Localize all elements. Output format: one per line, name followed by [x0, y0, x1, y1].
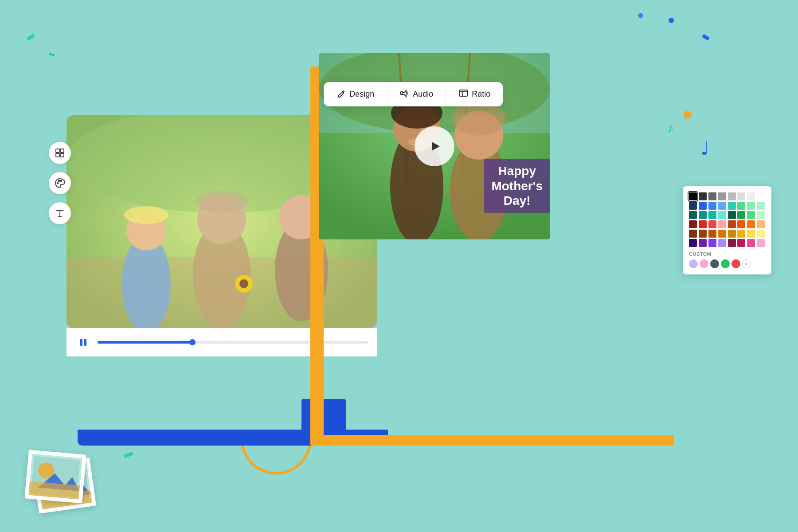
video-frame-right: Happy Mother's Day!	[319, 53, 550, 239]
palette-swatch[interactable]	[708, 230, 716, 238]
palette-swatch[interactable]	[728, 211, 736, 219]
audio-tab[interactable]: Audio	[387, 82, 446, 106]
svg-point-7	[59, 180, 60, 182]
palette-swatch[interactable]	[699, 202, 707, 210]
palette-swatch[interactable]	[708, 239, 716, 247]
svg-point-31	[239, 279, 248, 288]
palette-swatch[interactable]	[737, 192, 745, 200]
svg-point-27	[195, 191, 248, 213]
palette-swatch[interactable]	[718, 192, 726, 200]
svg-rect-3	[60, 149, 64, 153]
mothers-day-overlay: Happy Mother's Day!	[484, 159, 550, 213]
custom-label: CUSTOM	[689, 251, 765, 257]
audio-label: Audio	[413, 90, 433, 99]
palette-swatch[interactable]	[747, 202, 755, 210]
svg-rect-1	[459, 90, 467, 96]
palette-swatch[interactable]	[708, 220, 716, 228]
palette-swatch[interactable]	[728, 192, 736, 200]
palette-swatch[interactable]	[699, 230, 707, 238]
palette-swatch[interactable]	[747, 220, 755, 228]
palette-swatch[interactable]	[747, 230, 755, 238]
mothers-day-text-line1: Happy	[491, 164, 543, 179]
palette-swatch[interactable]	[728, 230, 736, 238]
palette-swatch[interactable]	[718, 202, 726, 210]
palette-swatch[interactable]	[747, 239, 755, 247]
palette-grid	[689, 192, 765, 247]
svg-rect-33	[84, 339, 86, 346]
text-tool-button[interactable]	[49, 202, 71, 224]
palette-swatch[interactable]	[747, 211, 755, 219]
palette-swatch[interactable]	[718, 211, 726, 219]
palette-swatch[interactable]	[689, 220, 697, 228]
palette-swatch[interactable]	[737, 202, 745, 210]
palette-swatch[interactable]	[689, 230, 697, 238]
progress-thumb	[189, 339, 196, 345]
palette-swatch[interactable]	[728, 239, 736, 247]
svg-rect-2	[56, 149, 59, 153]
palette-swatch[interactable]	[757, 202, 765, 210]
deco-confetti-1	[26, 34, 35, 41]
palette-swatch[interactable]	[728, 202, 736, 210]
palette-swatch[interactable]	[737, 239, 745, 247]
palette-swatch[interactable]	[718, 230, 726, 238]
palette-swatch[interactable]	[708, 202, 716, 210]
color-palette-panel: CUSTOM +	[683, 186, 771, 274]
progress-bar[interactable]	[98, 341, 368, 344]
orange-bar-bottom-accent	[310, 435, 674, 446]
ratio-label: Ratio	[472, 90, 490, 99]
custom-color-swatch[interactable]	[689, 259, 698, 268]
palette-swatch[interactable]	[699, 220, 707, 228]
deco-confetti-5	[638, 12, 644, 19]
audio-icon	[399, 88, 409, 100]
ratio-icon	[458, 88, 468, 100]
svg-rect-4	[56, 153, 59, 157]
svg-point-6	[57, 183, 59, 184]
palette-swatch[interactable]	[699, 239, 707, 247]
palette-swatch[interactable]	[689, 192, 697, 200]
custom-colors-row: +	[689, 259, 765, 268]
palette-swatch[interactable]	[689, 202, 697, 210]
theme-tool-button[interactable]	[49, 172, 71, 194]
add-custom-color-button[interactable]: +	[742, 259, 751, 268]
palette-swatch[interactable]	[728, 220, 736, 228]
video-controls-left	[66, 328, 377, 356]
palette-swatch[interactable]	[757, 239, 765, 247]
music-note-blue-icon: ♩	[700, 137, 709, 159]
layout-tool-button[interactable]	[49, 142, 71, 164]
design-tab[interactable]: Design	[324, 82, 387, 106]
palette-swatch[interactable]	[757, 192, 765, 200]
custom-color-swatch[interactable]	[732, 259, 740, 268]
pause-button[interactable]	[75, 334, 91, 350]
palette-swatch[interactable]	[718, 239, 726, 247]
svg-point-24	[124, 206, 168, 224]
palette-swatch[interactable]	[708, 192, 716, 200]
palette-swatch[interactable]	[689, 211, 697, 219]
palette-swatch[interactable]	[747, 192, 755, 200]
design-label: Design	[349, 90, 374, 99]
svg-point-8	[61, 180, 62, 182]
custom-color-swatch[interactable]	[710, 259, 719, 268]
palette-swatch[interactable]	[757, 220, 765, 228]
svg-marker-46	[432, 142, 440, 151]
palette-swatch[interactable]	[737, 230, 745, 238]
svg-rect-5	[60, 153, 64, 157]
palette-swatch[interactable]	[737, 220, 745, 228]
palette-swatch[interactable]	[757, 211, 765, 219]
palette-swatch[interactable]	[708, 211, 716, 219]
palette-swatch[interactable]	[757, 230, 765, 238]
play-button[interactable]	[415, 126, 454, 166]
palette-swatch[interactable]	[689, 239, 697, 247]
palette-swatch[interactable]	[699, 192, 707, 200]
progress-fill	[98, 341, 192, 344]
photo-card-front[interactable]	[24, 450, 86, 504]
custom-color-swatch[interactable]	[721, 259, 730, 268]
svg-point-44	[452, 102, 505, 136]
deco-confetti-4	[702, 34, 710, 41]
palette-swatch[interactable]	[699, 211, 707, 219]
palette-swatch[interactable]	[737, 211, 745, 219]
deco-confetti-6	[684, 111, 692, 119]
custom-color-swatch[interactable]	[700, 259, 708, 268]
ratio-tab[interactable]: Ratio	[446, 82, 503, 106]
deco-confetti-8	[124, 452, 133, 458]
palette-swatch[interactable]	[718, 220, 726, 228]
